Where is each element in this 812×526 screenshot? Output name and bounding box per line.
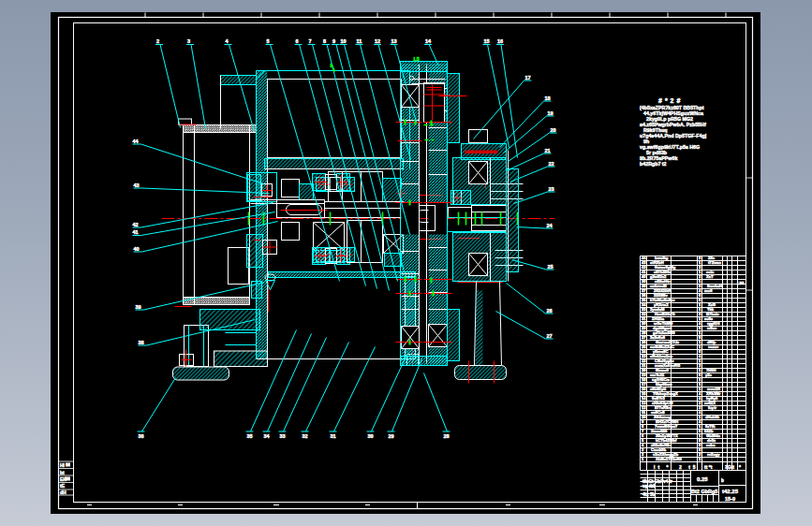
svg-text:28: 28 (444, 433, 450, 439)
svg-text:16: 16 (497, 38, 503, 44)
svg-text:26: 26 (547, 308, 553, 314)
svg-text:u7g4e44A.Pnd Dp5TGF-F4gj: u7g4e44A.Pnd Dp5TGF-F4gj (640, 133, 707, 139)
svg-text:ecbu: ecbu (706, 443, 716, 447)
svg-text:dHuh8k: dHuh8k (705, 415, 720, 419)
svg-text:mn6: mn6 (704, 288, 713, 293)
svg-text:*: * (739, 464, 741, 470)
svg-text:25: 25 (548, 264, 554, 270)
svg-text:44: 44 (133, 139, 140, 144)
svg-text:7: 7 (309, 38, 312, 44)
svg-text:vszuv: vszuv (708, 344, 719, 349)
svg-text:y2c: y2c (705, 373, 713, 377)
svg-text:L5: L5 (414, 56, 420, 62)
svg-text:tE: tE (60, 483, 66, 489)
svg-text:31: 31 (331, 433, 336, 439)
svg-text:LB5: LB5 (737, 281, 745, 285)
svg-text:11: 11 (357, 38, 362, 44)
svg-text:t42.25: t42.25 (722, 489, 739, 494)
svg-text:dH: dH (60, 489, 66, 495)
svg-text:b: b (331, 63, 333, 68)
svg-text:38: 38 (139, 340, 144, 345)
svg-text:Bt2 GbRg5: Bt2 GbRg5 (691, 489, 717, 494)
svg-text:13: 13 (391, 38, 397, 44)
svg-text:14: 14 (425, 38, 432, 44)
svg-text:18: 18 (545, 95, 551, 101)
svg-text:27: 27 (547, 333, 553, 339)
svg-text:39: 39 (136, 304, 141, 310)
svg-text:EH: EH (60, 476, 66, 482)
svg-text:t7Zwan: t7Zwan (708, 260, 722, 265)
svg-text:10: 10 (341, 38, 347, 44)
svg-text:Hl: Hl (60, 462, 66, 468)
svg-text:5: 5 (267, 38, 270, 44)
svg-text:24: 24 (547, 223, 554, 228)
svg-text:tt *t: tt *t (704, 464, 713, 470)
svg-text:0.25: 0.25 (697, 476, 708, 482)
svg-text:3Gtt: 3Gtt (725, 464, 734, 470)
svg-text:XhMc1T62eR0: XhMc1T62eR0 (656, 457, 682, 461)
svg-text:6: 6 (296, 38, 299, 44)
svg-text:29: 29 (389, 433, 394, 439)
svg-text:2: 2 (156, 38, 159, 44)
svg-text:lt *: lt * (654, 464, 671, 470)
svg-text:32: 32 (303, 433, 308, 439)
svg-text:20: 20 (551, 127, 556, 133)
svg-text:34: 34 (264, 433, 271, 439)
svg-text:2 t5: 2 t5 (679, 464, 699, 470)
svg-text:42: 42 (133, 222, 139, 227)
svg-text:vg rb5: vg rb5 (642, 484, 656, 489)
svg-text:23: 23 (549, 186, 554, 192)
svg-text:fuytr: fuytr (708, 405, 717, 410)
svg-text:40: 40 (134, 246, 140, 252)
svg-text:4tx 5b: 4tx 5b (642, 492, 655, 497)
svg-text:12: 12 (375, 38, 380, 44)
svg-text:8: 8 (323, 38, 326, 44)
svg-text:43: 43 (134, 183, 140, 188)
svg-text:b: b (721, 478, 724, 483)
svg-text:9: 9 (332, 38, 335, 44)
svg-text:35: 35 (247, 433, 253, 439)
svg-text:15: 15 (484, 38, 490, 44)
svg-text:36: 36 (139, 433, 144, 439)
svg-text:bt: bt (60, 470, 65, 475)
svg-text:33: 33 (280, 433, 286, 439)
svg-text:reZugy: reZugy (707, 452, 720, 457)
svg-text:w8ue: w8ue (706, 326, 717, 330)
svg-text:21: 21 (545, 148, 551, 153)
svg-text:b42Rgb7 t2: b42Rgb7 t2 (640, 161, 667, 167)
svg-text:41: 41 (133, 229, 139, 235)
svg-text:17: 17 (525, 75, 531, 80)
svg-text:3: 3 (187, 38, 190, 44)
svg-text:30: 30 (368, 433, 374, 439)
svg-text:#*2#: #*2# (658, 97, 683, 104)
svg-text:15-9: 15-9 (725, 496, 735, 502)
svg-text:XnT: XnT (706, 274, 714, 279)
svg-text:19: 19 (548, 110, 554, 116)
svg-text:22: 22 (549, 161, 554, 167)
